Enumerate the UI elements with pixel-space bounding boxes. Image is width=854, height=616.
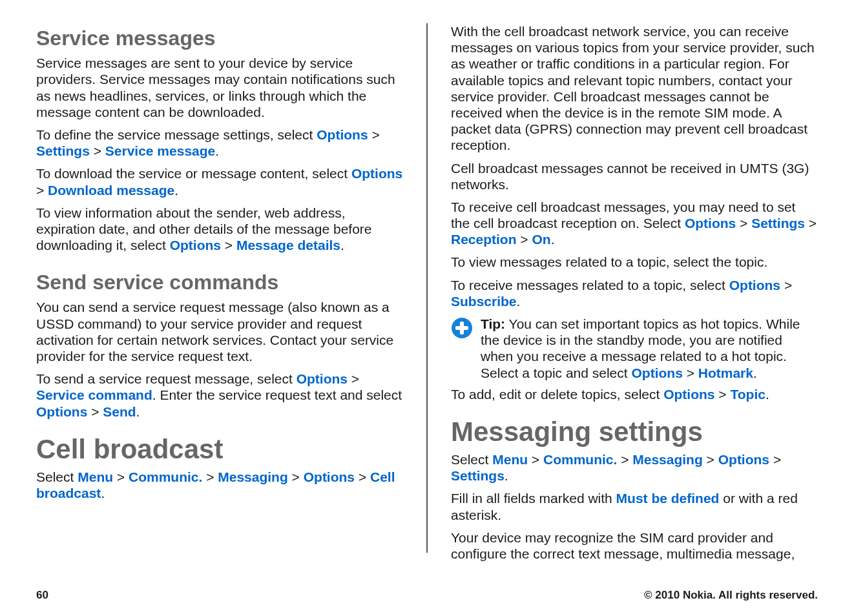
left-column: Service messages Service messages are se…: [36, 23, 403, 553]
menu-path-menu: Menu: [492, 452, 528, 467]
text: .: [174, 183, 178, 198]
menu-path-topic: Topic: [730, 387, 765, 402]
menu-path-send: Send: [103, 404, 136, 419]
menu-path-reception: Reception: [451, 232, 517, 247]
tip-label: Tip:: [481, 316, 505, 331]
paragraph: To receive messages related to a topic, …: [451, 277, 818, 309]
menu-path-messaging: Messaging: [632, 452, 703, 467]
paragraph: You can send a service request message (…: [36, 299, 403, 364]
paragraph: With the cell broadcast network service,…: [451, 23, 818, 154]
menu-path-options: Options: [351, 166, 402, 181]
heading-send-service-commands: Send service commands: [36, 271, 403, 294]
text: To define the service message settings, …: [36, 127, 317, 142]
paragraph: To download the service or message conte…: [36, 165, 403, 198]
text: .: [753, 365, 757, 380]
text: Select: [451, 452, 492, 467]
text: .: [101, 486, 105, 500]
nav-separator: >: [90, 143, 105, 158]
nav-separator: >: [36, 183, 48, 198]
menu-path-options: Options: [718, 452, 769, 467]
paragraph: To add, edit or delete topics, select Op…: [451, 386, 818, 402]
text: .: [517, 294, 521, 309]
paragraph: Cell broadcast messages cannot be receiv…: [451, 160, 818, 192]
nav-separator: >: [113, 469, 129, 484]
text: .: [551, 232, 555, 247]
nav-separator: >: [617, 452, 632, 467]
menu-path-options: Options: [631, 365, 682, 380]
nav-separator: >: [780, 278, 792, 293]
menu-path-menu: Menu: [78, 469, 113, 484]
nav-separator: >: [288, 469, 304, 484]
emphasis-must-be-defined: Must be defined: [616, 491, 720, 506]
menu-path-service-command: Service command: [36, 387, 152, 402]
tip-icon: [451, 317, 473, 339]
text: To download the service or message conte…: [36, 166, 351, 181]
menu-path-options: Options: [170, 238, 221, 252]
nav-separator: >: [683, 365, 698, 380]
text: .: [505, 468, 508, 483]
menu-path-message-details: Message details: [236, 238, 340, 252]
menu-path-options: Options: [729, 278, 780, 293]
nav-separator: >: [221, 238, 236, 252]
menu-path-options: Options: [304, 469, 355, 484]
text: .: [215, 143, 219, 158]
paragraph: Fill in all fields marked with Must be d…: [451, 490, 818, 522]
right-column: With the cell broadcast network service,…: [451, 23, 818, 553]
text: . Enter the service request text and sel…: [152, 387, 402, 402]
menu-path-options: Options: [685, 216, 736, 231]
copyright-text: © 2010 Nokia. All rights reserved.: [644, 589, 818, 602]
column-divider: [426, 23, 428, 553]
paragraph: Select Menu > Communic. > Messaging > Op…: [451, 451, 818, 484]
menu-path-communic: Communic.: [129, 469, 202, 484]
nav-separator: >: [769, 452, 781, 467]
text: .: [340, 238, 344, 252]
heading-cell-broadcast: Cell broadcast: [36, 435, 403, 464]
nav-separator: >: [715, 387, 731, 402]
menu-path-options: Options: [297, 371, 348, 386]
menu-path-settings: Settings: [451, 468, 505, 483]
paragraph: To define the service message settings, …: [36, 127, 403, 159]
nav-separator: >: [517, 232, 532, 247]
text: .: [136, 404, 140, 419]
nav-separator: >: [87, 404, 103, 419]
menu-path-settings: Settings: [36, 143, 90, 158]
document-page: Service messages Service messages are se…: [0, 0, 854, 616]
heading-messaging-settings: Messaging settings: [451, 418, 818, 446]
tip-text: Tip: You can set important topics as hot…: [481, 316, 818, 381]
nav-separator: >: [805, 216, 817, 231]
menu-path-messaging: Messaging: [218, 469, 288, 484]
paragraph: To view messages related to a topic, sel…: [451, 254, 818, 270]
text: .: [765, 387, 769, 402]
nav-separator: >: [528, 452, 543, 467]
paragraph: To send a service request message, selec…: [36, 371, 403, 420]
nav-separator: >: [348, 371, 359, 386]
text: Fill in all fields marked with: [451, 491, 616, 506]
menu-path-on: On: [532, 232, 550, 247]
svg-rect-2: [455, 326, 468, 330]
two-column-layout: Service messages Service messages are se…: [36, 23, 818, 553]
menu-path-options: Options: [317, 127, 368, 142]
nav-separator: >: [368, 127, 380, 142]
text: To send a service request message, selec…: [36, 371, 297, 386]
menu-path-options: Options: [36, 404, 87, 419]
nav-separator: >: [355, 469, 370, 484]
menu-path-subscribe: Subscribe: [451, 294, 517, 309]
menu-path-hotmark: Hotmark: [698, 365, 753, 380]
nav-separator: >: [736, 216, 751, 231]
text: Select: [36, 469, 78, 484]
tip-callout: Tip: You can set important topics as hot…: [451, 316, 818, 381]
nav-separator: >: [703, 452, 718, 467]
page-number: 60: [36, 589, 48, 602]
paragraph: Service messages are sent to your device…: [36, 55, 403, 120]
heading-service-messages: Service messages: [36, 27, 403, 50]
page-footer: 60 © 2010 Nokia. All rights reserved.: [36, 589, 818, 602]
paragraph: Select Menu > Communic. > Messaging > Op…: [36, 469, 403, 501]
paragraph: To receive cell broadcast messages, you …: [451, 199, 818, 248]
paragraph: To view information about the sender, we…: [36, 205, 403, 254]
nav-separator: >: [202, 469, 218, 484]
paragraph: Your device may recognize the SIM card p…: [451, 529, 818, 562]
menu-path-service-message: Service message: [105, 143, 215, 158]
text: To add, edit or delete topics, select: [451, 387, 663, 402]
menu-path-settings: Settings: [751, 216, 805, 231]
menu-path-download-message: Download message: [48, 183, 174, 198]
